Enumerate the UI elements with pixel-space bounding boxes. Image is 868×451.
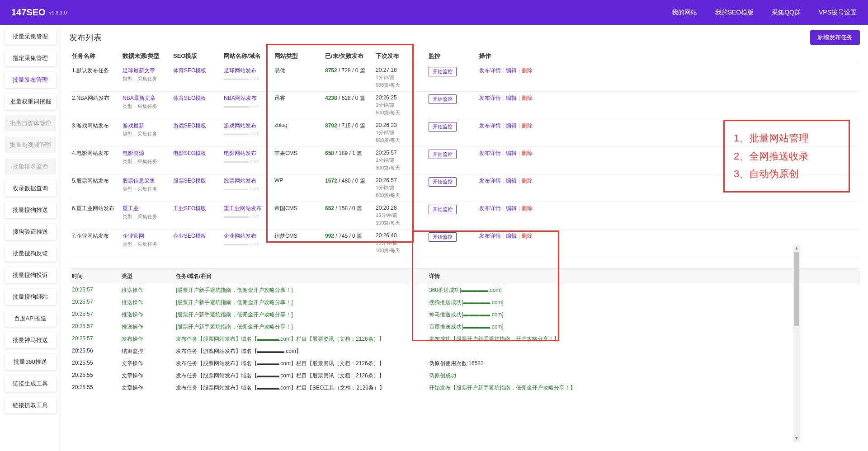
brand-title: 147SEO — [11, 7, 46, 18]
monitor-button[interactable]: 开始监控 — [429, 94, 457, 104]
edit-link[interactable]: 编辑 — [506, 178, 517, 184]
cell-next: 20:26:4015分钟/篇100篇/每天 — [373, 230, 424, 257]
log-time: 20:25:56 — [72, 348, 122, 355]
source-link[interactable]: 足球最新文章 — [123, 67, 155, 74]
edit-link[interactable]: 编辑 — [506, 150, 517, 156]
site-link[interactable]: 重工业网站发布 — [224, 205, 262, 211]
detail-link[interactable]: 发布详情 — [479, 233, 501, 239]
site-link[interactable]: 足球网站发布 — [224, 67, 256, 74]
detail-link[interactable]: 发布详情 — [479, 178, 501, 184]
source-link[interactable]: 企业官网 — [123, 233, 144, 239]
cell-kind: 迅睿 — [272, 92, 322, 119]
detail-link[interactable]: 发布详情 — [479, 122, 501, 129]
monitor-button[interactable]: 开始监控 — [429, 177, 457, 187]
template-link[interactable]: 体育SEO模板 — [173, 67, 206, 74]
monitor-button[interactable]: 开始监控 — [429, 232, 457, 242]
template-link[interactable]: 电影SEO模板 — [173, 150, 206, 156]
nav-item[interactable]: 我的SEO模版 — [715, 9, 754, 17]
edit-link[interactable]: 编辑 — [506, 95, 517, 101]
sidebar-item: 批量自媒体管理 — [5, 115, 56, 132]
delete-link[interactable]: 删除 — [522, 95, 533, 101]
delete-link[interactable]: 删除 — [522, 67, 533, 74]
source-link[interactable]: NBA最新文章 — [123, 95, 156, 101]
sidebar-item[interactable]: 指定采集管理 — [5, 50, 56, 66]
nav-item[interactable]: 采集QQ群 — [772, 9, 801, 17]
detail-link[interactable]: 发布详情 — [479, 67, 501, 74]
log-task: [股票开户新手避坑指南，低佣金开户攻略分享！] — [176, 299, 429, 306]
sidebar-item[interactable]: 批量360推送 — [5, 354, 56, 370]
cell-site: 企业网站发布▬▬▬▬▬.com — [221, 230, 272, 257]
scroll-up-icon[interactable]: ▲ — [793, 245, 800, 252]
sidebar-item[interactable]: 批量权重词挖掘 — [5, 94, 56, 110]
monitor-button[interactable]: 开始监控 — [429, 67, 457, 76]
delete-link[interactable]: 删除 — [522, 150, 533, 156]
sidebar-item[interactable]: 百度API推送 — [5, 310, 56, 327]
cell-template: 股票SEO模版 — [170, 174, 221, 202]
table-header: 任务名称 — [69, 48, 120, 64]
add-task-button[interactable]: 新增发布任务 — [810, 30, 860, 45]
sidebar-item[interactable]: 搜狗验证推送 — [5, 224, 56, 240]
log-type: 推送操作 — [122, 311, 176, 319]
log-section: 时间 类型 任务/域名/栏目 详情 20:25:57推送操作[股票开户新手避坑指… — [69, 268, 860, 446]
sidebar-item[interactable]: 批量采集管理 — [5, 28, 56, 45]
detail-link[interactable]: 发布详情 — [479, 150, 501, 156]
cell-site: 股票网站发布▬▬▬▬▬.com — [221, 174, 272, 202]
sidebar-item[interactable]: 批量搜狗反馈 — [5, 245, 56, 262]
site-link[interactable]: 企业网站发布 — [224, 233, 256, 239]
nav-item[interactable]: VPS拨号设置 — [819, 9, 857, 17]
nav-item[interactable]: 我的网站 — [672, 9, 697, 17]
delete-link[interactable]: 删除 — [522, 122, 533, 129]
cell-count: 8752 / 728 / 0 篇 — [322, 64, 373, 92]
sidebar-item[interactable]: 链接抓取工具 — [5, 397, 56, 413]
log-scrollbar[interactable]: ▲ ▼ — [793, 245, 800, 442]
template-link[interactable]: 体育SEO模板 — [173, 95, 206, 101]
log-type: 发布操作 — [122, 335, 176, 343]
delete-link[interactable]: 删除 — [522, 178, 533, 184]
site-link[interactable]: 游戏网站发布 — [224, 122, 256, 129]
sidebar-item[interactable]: 收录数据查询 — [5, 180, 56, 197]
cell-ops: 发布详情|编辑|删除 — [476, 64, 860, 92]
source-link[interactable]: 股票信息采集 — [123, 178, 155, 184]
scroll-down-icon[interactable]: ▼ — [793, 436, 800, 442]
sidebar-item[interactable]: 批量搜狗绑站 — [5, 289, 56, 305]
site-link[interactable]: 电影网站发布 — [224, 150, 256, 156]
edit-link[interactable]: 编辑 — [506, 233, 517, 239]
delete-link[interactable]: 删除 — [522, 205, 533, 211]
sidebar-item[interactable]: 批量神马推送 — [5, 332, 56, 348]
log-task: [股票开户新手避坑指南，低佣金开户攻略分享！] — [176, 311, 429, 319]
table-header: 监控 — [426, 48, 476, 64]
log-time: 20:25:57 — [72, 323, 122, 331]
cell-template: 企业SEO模板 — [170, 230, 221, 257]
cell-kind: 帝国CMS — [272, 202, 322, 230]
cell-count: 652 / 158 / 0 篇 — [322, 202, 373, 230]
template-link[interactable]: 企业SEO模板 — [173, 233, 206, 239]
scrollbar-thumb[interactable] — [794, 252, 799, 326]
sidebar-item[interactable]: 批量搜狗投诉 — [5, 267, 56, 283]
template-link[interactable]: 游戏SEO模板 — [173, 122, 206, 129]
detail-link[interactable]: 发布详情 — [479, 95, 501, 101]
source-link[interactable]: 游戏最新 — [123, 122, 144, 129]
source-link[interactable]: 重工业 — [123, 205, 139, 211]
monitor-button[interactable]: 开始监控 — [429, 122, 457, 132]
site-link[interactable]: NBA网站发布 — [224, 95, 257, 101]
source-link[interactable]: 电影资源 — [123, 150, 144, 156]
cell-count: 8792 / 715 / 0 篇 — [322, 119, 373, 147]
monitor-button[interactable]: 开始监控 — [429, 205, 457, 214]
edit-link[interactable]: 编辑 — [506, 67, 517, 74]
delete-link[interactable]: 删除 — [522, 233, 533, 239]
sidebar-item[interactable]: 链接生成工具 — [5, 376, 56, 392]
sidebar-item[interactable]: 批量发布管理 — [5, 72, 56, 88]
template-link[interactable]: 股票SEO模版 — [173, 178, 206, 184]
template-link[interactable]: 工业SEO模版 — [173, 205, 206, 211]
cell-ops: 发布详情|编辑|删除 — [476, 92, 860, 119]
cell-template: 体育SEO模板 — [170, 92, 221, 119]
edit-link[interactable]: 编辑 — [506, 205, 517, 211]
site-link[interactable]: 股票网站发布 — [224, 178, 256, 184]
sidebar-item[interactable]: 批量搜狗推送 — [5, 202, 56, 218]
edit-link[interactable]: 编辑 — [506, 122, 517, 129]
cell-name: 1.默认发布任务 — [69, 64, 120, 92]
log-task: 发布任务【股票网站发布】域名【▬▬▬▬.com】栏目【股票资讯（文档：2126条… — [176, 372, 429, 380]
detail-link[interactable]: 发布详情 — [479, 205, 501, 211]
log-time: 20:25:55 — [72, 372, 122, 380]
monitor-button[interactable]: 开始监控 — [429, 150, 457, 159]
